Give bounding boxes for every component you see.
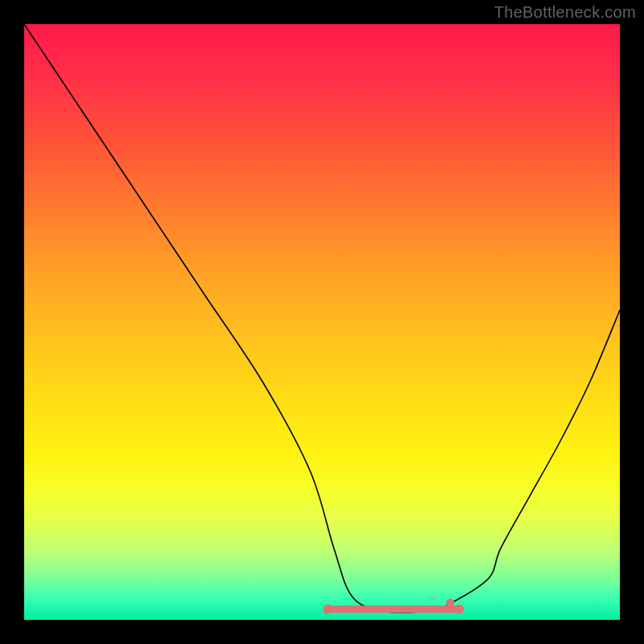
chart-area (24, 24, 620, 620)
optimal-zone-markers (24, 24, 620, 620)
attribution-text: TheBottleneck.com (494, 3, 636, 22)
svg-rect-3 (328, 605, 459, 613)
